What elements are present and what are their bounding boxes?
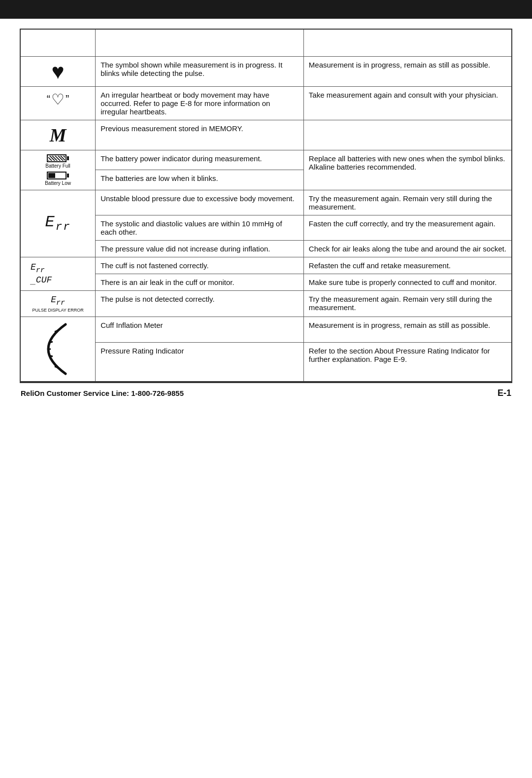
err-pulse-label: PULSE DISPLAY ERROR xyxy=(32,308,83,313)
battery-low-label: Battery Low xyxy=(45,180,71,186)
svg-line-3 xyxy=(49,355,53,356)
cuff-inflation-action: Measurement is in progress, remain as st… xyxy=(309,321,490,329)
header-action-cell xyxy=(303,29,512,56)
cuff-inflation-action-cell: Measurement is in progress, remain as st… xyxy=(303,317,512,343)
memory-symbol-cell: M xyxy=(20,120,96,150)
table-row-battery-full: Battery Full Battery Low xyxy=(20,150,512,170)
memory-desc-cell: Previous measurement stored in MEMORY. xyxy=(96,120,304,150)
battery-tip-full xyxy=(67,156,69,160)
irreg-heart-icon: “ ♡ ” xyxy=(26,91,90,108)
battery-full-description: The battery power indicator during measu… xyxy=(100,154,262,163)
heart-outline-icon: ♡ xyxy=(51,91,65,108)
err-cuf-icon: Err ̲CUF xyxy=(26,262,90,285)
err-systolic-desc-cell: The systolic and diastolic values are wi… xyxy=(96,215,304,240)
battery-low-body xyxy=(47,172,66,179)
battery-full-body xyxy=(47,154,66,162)
battery-fill-full xyxy=(48,156,65,161)
pressure-rating-action: Refer to the section About Pressure Rati… xyxy=(309,347,490,363)
err-systolic-action: Fasten the cuff correctly, and try the m… xyxy=(309,219,496,228)
svg-line-1 xyxy=(49,342,53,343)
table-row-err-pulse: Err PULSE DISPLAY ERROR The pulse is not… xyxy=(20,290,512,317)
battery-full-desc-cell: The battery power indicator during measu… xyxy=(96,150,304,170)
footer-bar: ReliOn Customer Service Line: 1-800-726-… xyxy=(20,382,512,400)
err-pressure-description: The pressure value did not increase duri… xyxy=(100,245,270,253)
open-quote-icon: “ xyxy=(47,94,50,105)
battery-full-wrap: Battery Full xyxy=(45,154,70,169)
err-pressure-desc-cell: The pressure value did not increase duri… xyxy=(96,240,304,257)
err-pulse-desc-cell: The pulse is not detected correctly. xyxy=(96,290,304,317)
irreg-heart-action: Take measurement again and consult with … xyxy=(309,91,498,99)
battery-low-description: The batteries are low when it blinks. xyxy=(100,174,218,182)
err-systolic-description: The systolic and diastolic values are wi… xyxy=(100,219,282,236)
table-row-header xyxy=(20,29,512,56)
err-systolic-action-cell: Fasten the cuff correctly, and try the m… xyxy=(303,215,512,240)
err-move-description: Unstable blood pressure due to excessive… xyxy=(100,194,295,203)
err-cuf-symbol-cell: Err ̲CUF xyxy=(20,257,96,290)
table-row-cuff-inflation: Cuff Inflation Meter Measurement is in p… xyxy=(20,317,512,343)
main-table: ♥ The symbol shown while measurement is … xyxy=(20,29,512,382)
heart-icon: ♥ xyxy=(26,61,90,82)
close-quote-icon: ” xyxy=(66,94,69,105)
err-cuf2-action: Make sure tube is properly connected to … xyxy=(309,278,497,286)
table-row-err-move: Err Unstable blood pressure due to exces… xyxy=(20,190,512,215)
heart-action-cell: Measurement is in progress, remain as st… xyxy=(303,56,512,86)
header-symbol-cell xyxy=(20,29,96,56)
heart-symbol-cell: ♥ xyxy=(20,56,96,86)
irreg-heart-action-cell: Take measurement again and consult with … xyxy=(303,86,512,120)
err-cuf-err-text: Err xyxy=(31,262,45,275)
memory-action-cell xyxy=(303,120,512,150)
pressure-rating-desc-cell: Pressure Rating Indicator xyxy=(96,343,304,382)
battery-low-icon xyxy=(47,172,69,179)
battery-full-icon xyxy=(47,154,69,162)
err-symbol-cell: Err xyxy=(20,190,96,257)
table-row-err-cuf-1: Err ̲CUF The cuff is not fastened correc… xyxy=(20,257,512,274)
battery-icons: Battery Full Battery Low xyxy=(26,154,90,186)
irreg-heart-symbol-cell: “ ♡ ” xyxy=(20,86,96,120)
err-cuf2-action-cell: Make sure tube is properly connected to … xyxy=(303,274,512,290)
top-bar xyxy=(0,0,532,19)
battery-full-label: Battery Full xyxy=(45,163,70,169)
table-row-irreg-heart: “ ♡ ” An irregular heartbeat or body mov… xyxy=(20,86,512,120)
battery-tip-low xyxy=(67,174,69,177)
battery-action-cell: Replace all batteries with new ones when… xyxy=(303,150,512,190)
err-pulse-action: Try the measurement again. Remain very s… xyxy=(309,295,492,312)
battery-low-wrap: Battery Low xyxy=(45,172,71,186)
err-pulse-icon: Err PULSE DISPLAY ERROR xyxy=(26,295,90,313)
err-cuf2-desc-cell: There is an air leak in the cuff or moni… xyxy=(96,274,304,290)
page-wrapper: ♥ The symbol shown while measurement is … xyxy=(0,19,532,405)
cuff-meter-svg xyxy=(41,319,75,379)
err-cuf1-action-cell: Refasten the cuff and retake measurement… xyxy=(303,257,512,274)
err-cuf1-desc-cell: The cuff is not fastened correctly. xyxy=(96,257,304,274)
table-row-memory: M Previous measurement stored in MEMORY. xyxy=(20,120,512,150)
heart-desc-cell: The symbol shown while measurement is in… xyxy=(96,56,304,86)
err-pulse-description: The pulse is not detected correctly. xyxy=(100,295,215,303)
header-desc-cell xyxy=(96,29,304,56)
err-pulse-err-text: Err xyxy=(51,295,65,307)
heart-description: The symbol shown while measurement is in… xyxy=(100,61,282,77)
pressure-rating-description: Pressure Rating Indicator xyxy=(100,347,184,355)
cuff-meter-symbol-cell xyxy=(20,317,96,382)
err-pressure-action: Check for air leaks along the tube and a… xyxy=(309,245,506,253)
err-pulse-action-cell: Try the measurement again. Remain very s… xyxy=(303,290,512,317)
battery-low-desc-cell: The batteries are low when it blinks. xyxy=(96,170,304,190)
err-move-desc-cell: Unstable blood pressure due to excessive… xyxy=(96,190,304,215)
cuff-inflation-desc-cell: Cuff Inflation Meter xyxy=(96,317,304,343)
err-cuf2-description: There is an air leak in the cuff or moni… xyxy=(100,278,234,286)
err-icon: Err xyxy=(26,213,90,233)
irreg-heart-description: An irregular heartbeat or body movement … xyxy=(100,91,270,116)
err-move-action-cell: Try the measurement again. Remain very s… xyxy=(303,190,512,215)
table-row-heart: ♥ The symbol shown while measurement is … xyxy=(20,56,512,86)
pressure-rating-action-cell: Refer to the section About Pressure Rati… xyxy=(303,343,512,382)
battery-symbol-cell: Battery Full Battery Low xyxy=(20,150,96,190)
memory-description: Previous measurement stored in MEMORY. xyxy=(100,124,243,133)
cuff-inflation-description: Cuff Inflation Meter xyxy=(100,321,163,329)
err-pulse-symbol-cell: Err PULSE DISPLAY ERROR xyxy=(20,290,96,317)
err-pressure-action-cell: Check for air leaks along the tube and a… xyxy=(303,240,512,257)
footer-page-number: E-1 xyxy=(498,388,511,398)
err-cuf1-action: Refasten the cuff and retake measurement… xyxy=(309,261,451,270)
heart-action: Measurement is in progress, remain as st… xyxy=(309,61,490,69)
battery-fill-low xyxy=(48,173,55,178)
err-cuf1-description: The cuff is not fastened correctly. xyxy=(100,261,209,270)
footer-customer-service: ReliOn Customer Service Line: 1-800-726-… xyxy=(21,389,184,397)
cuff-meter-icon xyxy=(23,319,93,379)
